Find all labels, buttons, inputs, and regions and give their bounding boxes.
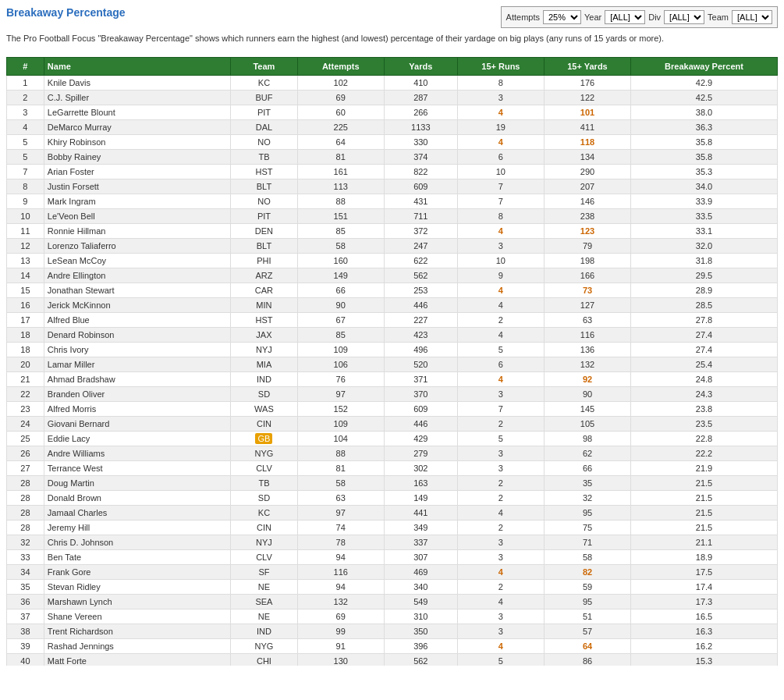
cell-15yards: 118 [544, 135, 630, 150]
cell-yards: 310 [384, 609, 457, 624]
cell-name: Khiry Robinson [44, 135, 230, 150]
cell-bp: 28.9 [631, 283, 778, 298]
cell-attempts: 152 [297, 402, 384, 417]
cell-15runs: 7 [457, 402, 544, 417]
cell-attempts: 161 [297, 165, 384, 179]
cell-15yards: 71 [544, 535, 630, 550]
table-row: 14Andre EllingtonARZ149562916629.5 [7, 268, 778, 283]
div-select[interactable]: [ALL] [664, 10, 704, 24]
cell-yards: 431 [384, 194, 457, 209]
table-row: 28Jamaal CharlesKC9744149521.5 [7, 506, 778, 521]
cell-15yards: 98 [544, 432, 630, 446]
cell-name: Denard Robinson [44, 328, 230, 343]
team-select[interactable]: [ALL] [732, 10, 772, 24]
table-row: 35Stevan RidleyNE9434025917.4 [7, 580, 778, 595]
cell-yards: 396 [384, 639, 457, 654]
description: The Pro Football Focus "Breakaway Percen… [6, 33, 778, 44]
cell-team: SEA [231, 595, 297, 609]
cell-bp: 35.3 [631, 165, 778, 179]
cell-15yards: 145 [544, 402, 630, 417]
cell-team: NYJ [231, 343, 297, 357]
cell-15yards: 82 [544, 565, 630, 580]
filters-panel: Attempts 25% Year [ALL] Div [ALL] Team [… [501, 6, 778, 28]
cell-15yards: 90 [544, 387, 630, 402]
cell-rank: 37 [7, 609, 44, 624]
cell-yards: 149 [384, 491, 457, 506]
cell-rank: 13 [7, 254, 44, 268]
cell-15yards: 59 [544, 580, 630, 595]
cell-yards: 374 [384, 150, 457, 165]
table-row: 28Jeremy HillCIN7434927521.5 [7, 521, 778, 535]
cell-15runs: 6 [457, 150, 544, 165]
cell-rank: 14 [7, 268, 44, 283]
cell-15yards: 35 [544, 476, 630, 491]
cell-yards: 622 [384, 254, 457, 268]
cell-attempts: 85 [297, 224, 384, 239]
cell-team: PIT [231, 105, 297, 120]
table-row: 28Doug MartinTB5816323521.5 [7, 476, 778, 491]
cell-name: Andre Williams [44, 446, 230, 461]
table-row: 33Ben TateCLV9430735818.9 [7, 550, 778, 565]
cell-attempts: 64 [297, 135, 384, 150]
cell-bp: 21.9 [631, 461, 778, 476]
cell-15runs: 8 [457, 76, 544, 91]
cell-rank: 11 [7, 224, 44, 239]
cell-15runs: 3 [457, 91, 544, 105]
cell-15yards: 79 [544, 239, 630, 254]
cell-bp: 16.3 [631, 624, 778, 639]
cell-name: Frank Gore [44, 565, 230, 580]
cell-15yards: 123 [544, 224, 630, 239]
cell-name: Alfred Blue [44, 313, 230, 328]
cell-15runs: 3 [457, 446, 544, 461]
cell-15runs: 2 [457, 491, 544, 506]
cell-15yards: 62 [544, 446, 630, 461]
cell-15runs: 3 [457, 535, 544, 550]
cell-name: Le'Veon Bell [44, 209, 230, 224]
cell-15yards: 57 [544, 624, 630, 639]
cell-15yards: 122 [544, 91, 630, 105]
cell-15yards: 58 [544, 550, 630, 565]
cell-rank: 3 [7, 105, 44, 120]
cell-15yards: 238 [544, 209, 630, 224]
cell-rank: 39 [7, 639, 44, 654]
cell-rank: 28 [7, 476, 44, 491]
cell-team: NYG [231, 639, 297, 654]
col-name: Name [44, 58, 230, 76]
cell-15runs: 9 [457, 268, 544, 283]
div-label: Div [648, 12, 661, 22]
cell-rank: 5 [7, 150, 44, 165]
cell-yards: 1133 [384, 120, 457, 135]
cell-bp: 42.5 [631, 91, 778, 105]
cell-rank: 23 [7, 402, 44, 417]
cell-yards: 549 [384, 595, 457, 609]
cell-name: Marshawn Lynch [44, 595, 230, 609]
cell-name: Knile Davis [44, 76, 230, 91]
cell-team: JAX [231, 328, 297, 343]
cell-yards: 469 [384, 565, 457, 580]
cell-rank: 22 [7, 387, 44, 402]
cell-15yards: 101 [544, 105, 630, 120]
table-row: 25Eddie LacyGB10442959822.8 [7, 432, 778, 446]
cell-yards: 247 [384, 239, 457, 254]
cell-15yards: 134 [544, 150, 630, 165]
cell-name: Ronnie Hillman [44, 224, 230, 239]
table-header-row: # Name Team Attempts Yards 15+ Runs 15+ … [7, 58, 778, 76]
attempts-select[interactable]: 25% [543, 10, 581, 24]
cell-15runs: 7 [457, 179, 544, 194]
cell-name: Matt Forte [44, 654, 230, 666]
cell-15yards: 75 [544, 521, 630, 535]
cell-rank: 28 [7, 491, 44, 506]
cell-yards: 253 [384, 283, 457, 298]
cell-attempts: 81 [297, 150, 384, 165]
year-select[interactable]: [ALL] [605, 10, 645, 24]
table-body: 1Knile DavisKC102410817642.92C.J. Spille… [7, 76, 778, 666]
cell-rank: 21 [7, 372, 44, 387]
cell-yards: 372 [384, 224, 457, 239]
cell-attempts: 58 [297, 239, 384, 254]
cell-yards: 496 [384, 343, 457, 357]
cell-team: BUF [231, 91, 297, 105]
table-row: 37Shane VereenNE6931035116.5 [7, 609, 778, 624]
cell-yards: 562 [384, 268, 457, 283]
cell-name: Justin Forsett [44, 179, 230, 194]
cell-name: Eddie Lacy [44, 432, 230, 446]
